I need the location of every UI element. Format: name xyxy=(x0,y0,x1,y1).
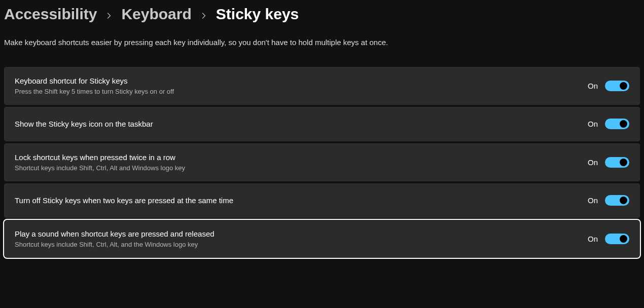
setting-title: Lock shortcut keys when pressed twice in… xyxy=(15,152,185,163)
setting-title: Turn off Sticky keys when two keys are p… xyxy=(15,195,233,206)
toggle-state-label: On xyxy=(588,82,598,90)
setting-control: On xyxy=(588,234,629,244)
setting-text: Keyboard shortcut for Sticky keys Press … xyxy=(15,75,174,96)
toggle-lock-keys[interactable] xyxy=(605,157,629,168)
toggle-state-label: On xyxy=(588,235,598,243)
setting-title: Keyboard shortcut for Sticky keys xyxy=(15,75,174,86)
toggle-play-sound[interactable] xyxy=(605,234,629,244)
setting-subtitle: Shortcut keys include Shift, Ctrl, Alt, … xyxy=(15,240,214,249)
setting-keyboard-shortcut: Keyboard shortcut for Sticky keys Press … xyxy=(4,67,640,105)
setting-text: Show the Sticky keys icon on the taskbar xyxy=(15,119,153,129)
toggle-knob xyxy=(620,82,627,90)
setting-turn-off: Turn off Sticky keys when two keys are p… xyxy=(4,183,640,218)
toggle-knob xyxy=(620,235,627,243)
setting-text: Turn off Sticky keys when two keys are p… xyxy=(15,195,233,206)
setting-control: On xyxy=(588,195,629,206)
toggle-knob xyxy=(620,120,627,128)
setting-lock-keys: Lock shortcut keys when pressed twice in… xyxy=(4,143,640,181)
setting-text: Lock shortcut keys when pressed twice in… xyxy=(15,152,185,173)
setting-title: Show the Sticky keys icon on the taskbar xyxy=(15,119,153,129)
setting-control: On xyxy=(588,81,629,91)
setting-control: On xyxy=(588,157,629,168)
setting-text: Play a sound when shortcut keys are pres… xyxy=(15,228,214,249)
setting-play-sound: Play a sound when shortcut keys are pres… xyxy=(4,220,640,258)
breadcrumb: Accessibility Keyboard Sticky keys xyxy=(4,4,640,23)
breadcrumb-accessibility[interactable]: Accessibility xyxy=(4,5,97,23)
page-title: Sticky keys xyxy=(216,5,299,23)
setting-title: Play a sound when shortcut keys are pres… xyxy=(15,228,214,239)
toggle-turn-off[interactable] xyxy=(605,195,629,206)
setting-control: On xyxy=(588,119,629,129)
chevron-right-icon xyxy=(106,8,112,20)
toggle-knob xyxy=(620,197,627,204)
toggle-state-label: On xyxy=(588,158,598,167)
chevron-right-icon xyxy=(201,8,207,20)
page-description: Make keyboard shortcuts easier by pressi… xyxy=(4,37,640,48)
setting-subtitle: Press the Shift key 5 times to turn Stic… xyxy=(15,87,174,96)
toggle-taskbar-icon[interactable] xyxy=(605,119,629,129)
toggle-keyboard-shortcut[interactable] xyxy=(605,81,629,91)
toggle-state-label: On xyxy=(588,120,598,128)
breadcrumb-keyboard[interactable]: Keyboard xyxy=(121,5,191,23)
toggle-knob xyxy=(620,159,627,166)
settings-list: Keyboard shortcut for Sticky keys Press … xyxy=(4,67,640,258)
setting-taskbar-icon: Show the Sticky keys icon on the taskbar… xyxy=(4,107,640,141)
toggle-state-label: On xyxy=(588,196,598,205)
setting-subtitle: Shortcut keys include Shift, Ctrl, Alt a… xyxy=(15,164,185,173)
